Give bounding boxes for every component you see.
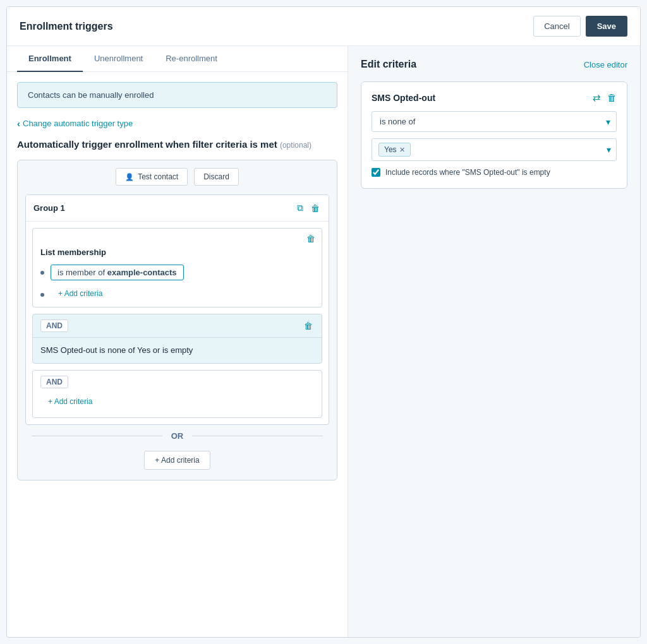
tag-remove-button[interactable]: ✕ (399, 146, 405, 154)
add-criteria-button-2[interactable]: + Add criteria (40, 393, 100, 412)
criteria-add-row: + Add criteria (33, 283, 322, 307)
add-criteria-button-1[interactable]: + Add criteria (51, 285, 110, 304)
tag-yes: Yes ✕ (378, 143, 411, 157)
and-block-delete-button[interactable]: 🗑 (303, 319, 314, 332)
criteria-bullet (40, 271, 44, 275)
or-divider-line-right (192, 436, 323, 436)
tags-dropdown-arrow[interactable]: ▾ (607, 145, 611, 155)
discard-button[interactable]: Discard (194, 168, 239, 186)
criteria-delete-button[interactable]: 🗑 (305, 232, 317, 245)
criteria-card-icons: ⇄ 🗑 (593, 92, 617, 104)
save-button[interactable]: Save (586, 16, 627, 37)
and-block-header: AND 🗑 (33, 314, 322, 338)
filter-operator-select[interactable]: is none of (372, 111, 617, 132)
tabs: Enrollment Unenrollment Re-enrollment (7, 46, 348, 72)
checkbox-row: Include records where "SMS Opted-out" is… (372, 167, 617, 178)
left-content: Contacts can be manually enrolled Change… (7, 72, 348, 637)
or-divider-line-left (32, 436, 162, 436)
main-layout: Enrollment Unenrollment Re-enrollment Co… (7, 46, 640, 637)
group-1-box: Group 1 ⧉ 🗑 🗑 List membership (25, 194, 329, 425)
header-buttons: Cancel Save (533, 16, 627, 37)
list-membership-block: 🗑 List membership is member of example-c… (32, 228, 322, 307)
page-title: Enrollment triggers (20, 21, 113, 32)
criteria-item-membership: is member of example-contacts (33, 262, 322, 283)
group-1-delete-button[interactable]: 🗑 (310, 201, 321, 215)
manual-enrolled-banner: Contacts can be manually enrolled (17, 82, 337, 108)
right-panel-title: Edit criteria (361, 59, 416, 70)
tab-re-enrollment[interactable]: Re-enrollment (154, 46, 229, 72)
delete-icon[interactable]: 🗑 (607, 92, 617, 104)
criteria-card-title: SMS Opted-out (372, 93, 435, 103)
criteria-block-header: 🗑 (33, 229, 322, 245)
filter-box: Test contact Discard Group 1 ⧉ 🗑 (17, 160, 337, 480)
or-divider: OR (25, 431, 329, 441)
group-1-actions: ⧉ 🗑 (296, 201, 321, 215)
filter-toolbar: Test contact Discard (25, 168, 329, 186)
edit-criteria-card: SMS Opted-out ⇄ 🗑 is none of (361, 81, 627, 189)
right-panel-header: Edit criteria Close editor (361, 59, 627, 70)
change-trigger-link[interactable]: Change automatic trigger type (17, 118, 337, 129)
group-1-title: Group 1 (33, 203, 65, 213)
filter-operator-wrapper: is none of (372, 111, 617, 132)
filter-operator-row: is none of (372, 111, 617, 132)
tab-unenrollment[interactable]: Unenrollment (83, 46, 154, 72)
and-label: AND (40, 319, 68, 332)
or-label: OR (162, 431, 193, 441)
criteria-bullet-2 (40, 293, 44, 297)
cancel-button[interactable]: Cancel (533, 16, 580, 37)
add-criteria-main-button[interactable]: + Add criteria (144, 451, 210, 470)
and-sms-block: AND 🗑 SMS Opted-out is none of Yes or is… (32, 314, 322, 364)
close-editor-link[interactable]: Close editor (584, 60, 627, 69)
and-add-label: AND (40, 376, 68, 388)
swap-icon[interactable]: ⇄ (593, 92, 601, 104)
criteria-value-box[interactable]: is member of example-contacts (51, 265, 184, 280)
left-panel: Enrollment Unenrollment Re-enrollment Co… (7, 46, 348, 637)
and-add-block: AND + Add criteria (32, 370, 322, 418)
criteria-card-header: SMS Opted-out ⇄ 🗑 (372, 92, 617, 104)
header: Enrollment triggers Cancel Save (7, 7, 640, 46)
and-block-body: SMS Opted-out is none of Yes or is empty (33, 338, 322, 363)
right-panel: Edit criteria Close editor SMS Opted-out… (348, 46, 640, 637)
test-contact-button[interactable]: Test contact (116, 168, 188, 186)
empty-records-checkbox[interactable] (372, 168, 380, 177)
tags-row[interactable]: Yes ✕ ▾ (372, 138, 617, 161)
auto-trigger-heading: Automatically trigger enrollment when fi… (17, 138, 337, 151)
group-1-copy-button[interactable]: ⧉ (296, 201, 305, 215)
add-criteria-main: + Add criteria (25, 447, 329, 472)
criteria-title: List membership (33, 245, 322, 262)
tab-enrollment[interactable]: Enrollment (17, 46, 83, 72)
checkbox-label: Include records where "SMS Opted-out" is… (385, 167, 550, 178)
group-1-header: Group 1 ⧉ 🗑 (26, 195, 329, 222)
